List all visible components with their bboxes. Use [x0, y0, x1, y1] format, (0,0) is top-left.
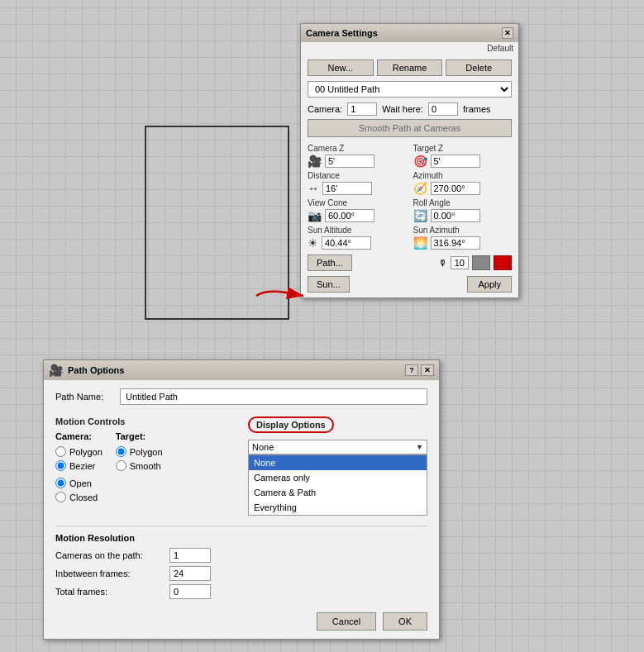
drawing-rectangle	[145, 126, 289, 320]
grey-color-box[interactable]	[472, 255, 490, 270]
target-z-input[interactable]	[431, 155, 480, 168]
radio-group-cols: Camera: Polygon Bezier Target:	[55, 431, 235, 471]
cameras-on-path-label: Cameras on the path:	[55, 550, 163, 560]
dropdown-item-camera-path[interactable]: Camera & Path	[249, 485, 427, 500]
section-divider	[55, 526, 427, 526]
sun-button[interactable]: Sun...	[308, 276, 350, 293]
roll-angle-row: 🔄	[413, 209, 513, 222]
camera-radio-col: Camera: Polygon Bezier	[55, 431, 103, 471]
display-dropdown-display[interactable]: None ▼	[248, 440, 427, 454]
path-options-title-bar: 🎥 Path Options ? ✕	[44, 360, 439, 380]
path-options-body: Path Name: Motion Controls Camera: Polyg…	[44, 380, 439, 639]
camera-col-label: Camera:	[55, 431, 103, 441]
path-options-title: Path Options	[68, 365, 124, 375]
camera-settings-title: Camera Settings	[306, 28, 378, 38]
ok-button[interactable]: OK	[383, 612, 427, 631]
sun-altitude-input[interactable]	[322, 236, 371, 250]
distance-input[interactable]	[322, 182, 372, 195]
target-smooth-label: Smooth	[130, 461, 161, 471]
view-cone-icon: 📷	[308, 209, 322, 222]
cancel-button[interactable]: Cancel	[317, 612, 376, 631]
closed-option[interactable]: Closed	[55, 492, 235, 502]
total-frames-label: Total frames:	[55, 587, 163, 597]
roll-angle-group: Roll Angle 🔄	[413, 198, 513, 222]
roll-angle-label: Roll Angle	[413, 198, 513, 207]
sun-altitude-group: Sun Altitude ☀	[308, 226, 407, 250]
motion-resolution-title: Motion Resolution	[55, 533, 427, 543]
delete-button[interactable]: Delete	[446, 59, 512, 76]
title-bar-controls: ? ✕	[405, 364, 434, 376]
camera-bezier-radio[interactable]	[55, 460, 66, 471]
target-smooth-option[interactable]: Smooth	[116, 460, 163, 471]
motion-controls-title: Motion Controls	[55, 416, 235, 426]
total-frames-input[interactable]	[169, 584, 211, 599]
camera-settings-title-bar: Camera Settings ✕	[301, 24, 518, 42]
dropdown-item-none[interactable]: None	[249, 455, 427, 470]
inbetween-frames-row: Inbetween frames:	[55, 566, 427, 581]
wait-label: Wait here:	[382, 104, 423, 114]
help-button[interactable]: ?	[405, 364, 418, 376]
close-button[interactable]: ✕	[421, 364, 434, 376]
target-smooth-radio[interactable]	[116, 460, 126, 471]
sun-azimuth-row: 🌅	[413, 236, 513, 250]
azimuth-input[interactable]	[431, 182, 480, 195]
smooth-path-button[interactable]: Smooth Path at Cameras	[308, 119, 512, 137]
target-z-label: Target Z	[413, 144, 513, 153]
azimuth-label: Azimuth	[413, 171, 513, 180]
new-button[interactable]: New...	[308, 59, 374, 76]
camera-polygon-radio[interactable]	[55, 446, 66, 457]
camera-polygon-label: Polygon	[69, 447, 103, 457]
wait-value-input[interactable]	[428, 102, 458, 116]
sun-azimuth-input[interactable]	[431, 236, 480, 250]
sun-azimuth-label: Sun Azimuth	[413, 226, 513, 235]
inbetween-frames-input[interactable]	[169, 566, 211, 581]
target-polygon-radio[interactable]	[116, 446, 126, 457]
open-radio[interactable]	[55, 478, 66, 488]
display-dropdown-wrapper: None ▼ None Cameras only Camera & Path E…	[248, 440, 427, 516]
open-closed-group: Open Closed	[55, 478, 235, 502]
target-z-icon: 🎯	[413, 155, 427, 168]
camera-z-icon: 🎥	[308, 155, 322, 168]
path-button[interactable]: Path...	[308, 255, 352, 271]
camera-row: Camera: 1 Wait here: frames	[308, 102, 512, 116]
path-name-input[interactable]	[120, 388, 427, 405]
rename-button[interactable]: Rename	[377, 59, 443, 76]
camera-z-input[interactable]	[325, 155, 374, 168]
azimuth-row: 🧭	[413, 182, 513, 195]
bottom-row: Path... 🎙 10	[308, 255, 512, 271]
open-option[interactable]: Open	[55, 478, 235, 488]
params-grid: Camera Z 🎥 Target Z 🎯 Distance ↔	[308, 144, 512, 250]
cameras-on-path-input[interactable]	[169, 548, 211, 563]
sun-altitude-icon: ☀	[308, 236, 318, 250]
close-button[interactable]: ✕	[502, 27, 513, 39]
distance-group: Distance ↔	[308, 171, 407, 195]
target-col-label: Target:	[116, 431, 163, 441]
dropdown-item-cameras-only[interactable]: Cameras only	[249, 470, 427, 485]
frames-label: frames	[463, 104, 491, 114]
mic-icon-row: 🎙 10	[438, 255, 512, 270]
path-select[interactable]: 00 Untitled Path	[308, 81, 512, 98]
target-radio-col: Target: Polygon Smooth	[116, 431, 163, 471]
azimuth-icon: 🧭	[413, 182, 427, 195]
path-select-row: 00 Untitled Path	[308, 81, 512, 98]
closed-radio[interactable]	[55, 492, 66, 502]
view-cone-input[interactable]	[325, 209, 374, 222]
distance-label: Distance	[308, 171, 407, 180]
camera-bezier-option[interactable]: Bezier	[55, 460, 103, 471]
dropdown-item-everything[interactable]: Everything	[249, 500, 427, 515]
target-polygon-label: Polygon	[130, 447, 163, 457]
camera-settings-body: New... Rename Delete 00 Untitled Path Ca…	[301, 55, 518, 297]
camera-value-input[interactable]: 1	[347, 102, 377, 116]
camera-z-label: Camera Z	[308, 144, 407, 153]
camera-settings-dialog: Camera Settings ✕ Default New... Rename …	[300, 23, 519, 298]
path-name-label: Path Name:	[55, 392, 113, 402]
target-z-group: Target Z 🎯	[413, 144, 513, 168]
camera-polygon-option[interactable]: Polygon	[55, 446, 103, 457]
target-polygon-option[interactable]: Polygon	[116, 446, 163, 457]
apply-button[interactable]: Apply	[467, 276, 512, 293]
mic-value: 10	[451, 256, 469, 269]
roll-angle-input[interactable]	[431, 209, 480, 222]
path-options-dialog: 🎥 Path Options ? ✕ Path Name: Motion Con…	[43, 359, 440, 640]
open-label: Open	[69, 478, 92, 488]
red-color-box[interactable]	[494, 255, 512, 270]
